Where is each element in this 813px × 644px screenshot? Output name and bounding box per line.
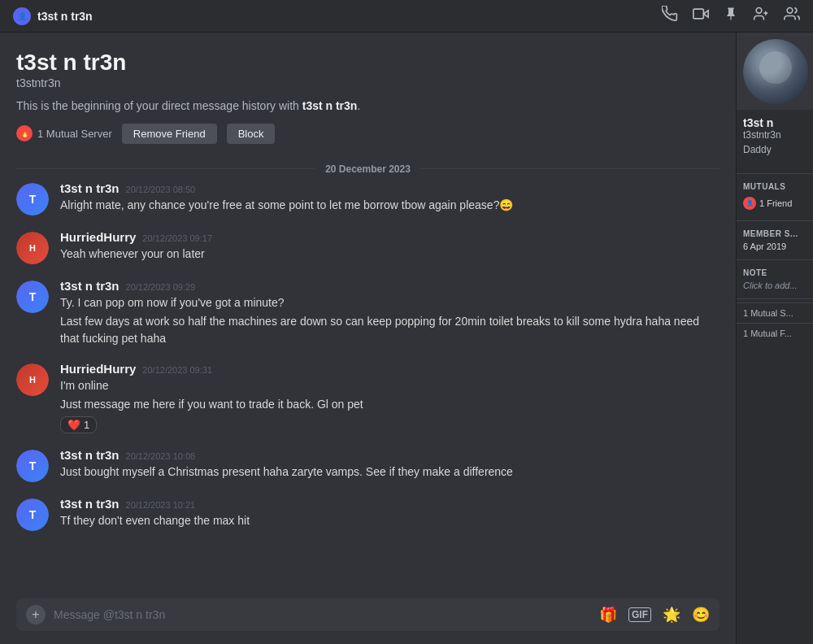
mutuals-label: MUTUALS — [743, 182, 806, 191]
chat-description: This is the beginning of your direct mes… — [16, 99, 720, 112]
sidebar-display-name: t3st n — [743, 116, 806, 129]
mutual-server[interactable]: 🔥 1 Mutual Server — [16, 125, 112, 141]
right-sidebar: t3st n t3stntr3n Daddy MUTUALS 👤 1 Frien… — [736, 33, 813, 644]
sidebar-avatar — [743, 39, 808, 104]
avatar: H — [16, 232, 49, 264]
message-text-line2: Last few days at work so half the machin… — [60, 313, 720, 347]
sidebar-mutuals-section: MUTUALS 👤 1 Friend — [737, 177, 813, 217]
mutual-friend-item[interactable]: 1 Mutual F... — [743, 329, 792, 338]
members-icon[interactable] — [784, 6, 800, 26]
chat-area: t3st n tr3n t3stntr3n This is the beginn… — [0, 33, 736, 644]
input-wrapper: + 🎁 GIF 🌟 😊 — [16, 598, 720, 631]
mutual-server-label: 1 Mutual Server — [37, 128, 112, 140]
sidebar-tag: Daddy — [743, 144, 806, 155]
gif-icon[interactable]: GIF — [628, 607, 651, 622]
message-content: HurriedHurry 20/12/2023 09:31 I'm online… — [60, 362, 720, 433]
message-username: t3st n tr3n — [60, 181, 120, 195]
add-friend-icon[interactable] — [753, 6, 769, 26]
avatar-image: H — [16, 363, 49, 396]
message-timestamp: 20/12/2023 10:21 — [126, 500, 196, 510]
message-group: T t3st n tr3n 20/12/2023 08:50 Alright m… — [16, 181, 720, 215]
message-username: t3st n tr3n — [60, 448, 120, 462]
avatar: T — [16, 498, 49, 531]
message-text: Ty. I can pop om now if you've got a min… — [60, 294, 720, 311]
chat-username: t3stntr3n — [16, 76, 720, 89]
reaction[interactable]: ❤️ 1 — [60, 416, 97, 433]
chat-display-name: t3st n tr3n — [16, 49, 720, 76]
svg-point-5 — [787, 8, 793, 14]
mutual-friend-section[interactable]: 1 Mutual F... — [737, 323, 813, 343]
avatar-image: T — [16, 183, 49, 215]
input-area: + 🎁 GIF 🌟 😊 — [0, 589, 736, 644]
mutual-server-item[interactable]: 1 Mutual S... — [743, 308, 793, 318]
message-timestamp: 20/12/2023 09:31 — [142, 365, 212, 375]
remove-friend-button[interactable]: Remove Friend — [122, 124, 217, 144]
message-username: t3st n tr3n — [60, 279, 120, 293]
message-group: H HurriedHurry 20/12/2023 09:31 I'm onli… — [16, 362, 720, 433]
note-placeholder[interactable]: Click to add... — [743, 281, 806, 290]
svg-point-2 — [756, 8, 762, 14]
svg-marker-0 — [703, 11, 708, 17]
gift-icon[interactable]: 🎁 — [599, 606, 617, 624]
message-content: t3st n tr3n 20/12/2023 10:08 Just bought… — [60, 448, 720, 481]
reaction-count: 1 — [84, 419, 89, 431]
message-group: H HurriedHurry 20/12/2023 09:17 Yeah whe… — [16, 230, 720, 264]
avatar-image: T — [16, 281, 49, 313]
message-header: t3st n tr3n 20/12/2023 08:50 — [60, 181, 720, 195]
description-prefix: This is the beginning of your direct mes… — [16, 99, 302, 112]
input-icons: 🎁 GIF 🌟 😊 — [599, 606, 710, 624]
chat-header: t3st n tr3n t3stntr3n This is the beginn… — [0, 33, 736, 157]
message-username: HurriedHurry — [60, 362, 136, 376]
message-header: t3st n tr3n 20/12/2023 10:21 — [60, 497, 720, 511]
emoji-icon[interactable]: 😊 — [692, 606, 710, 624]
titlebar-username: t3st n tr3n — [37, 10, 93, 23]
message-text-line2: Just message me here if you want to trad… — [60, 396, 720, 413]
message-header: HurriedHurry 20/12/2023 09:31 — [60, 362, 720, 376]
member-since-label: MEMBER S... — [743, 229, 806, 238]
mutual-server-icon: 🔥 — [16, 125, 33, 141]
message-username: HurriedHurry — [60, 230, 136, 244]
date-divider: 20 December 2023 — [0, 157, 736, 181]
sidebar-divider2 — [737, 220, 813, 221]
message-header: t3st n tr3n 20/12/2023 10:08 — [60, 448, 720, 462]
svg-rect-1 — [693, 9, 704, 19]
sidebar-profile-image — [737, 33, 813, 110]
message-header: t3st n tr3n 20/12/2023 09:29 — [60, 279, 720, 293]
message-text: Yeah whenever your on later — [60, 246, 720, 263]
divider-line-left — [16, 168, 315, 169]
member-since-section: MEMBER S... 6 Apr 2019 — [737, 224, 813, 256]
description-user: t3st n tr3n — [302, 99, 358, 112]
sidebar-divider4 — [737, 298, 813, 299]
mutuals-friend-count: 1 Friend — [759, 198, 792, 208]
messages-container[interactable]: T t3st n tr3n 20/12/2023 08:50 Alright m… — [0, 181, 736, 589]
avatar-image: T — [16, 450, 49, 482]
attach-button[interactable]: + — [26, 605, 46, 624]
message-content: t3st n tr3n 20/12/2023 10:21 Tf they don… — [60, 497, 720, 529]
message-text: Tf they don't even change the max hit — [60, 512, 720, 529]
titlebar: 👤 t3st n tr3n — [0, 0, 813, 33]
message-group: T t3st n tr3n 20/12/2023 10:08 Just boug… — [16, 448, 720, 482]
reaction-emoji: ❤️ — [67, 419, 80, 431]
note-label: NOTE — [743, 268, 806, 277]
sticker-icon[interactable]: 🌟 — [663, 606, 680, 624]
titlebar-avatar: 👤 — [13, 7, 31, 25]
mutuals-friend[interactable]: 👤 1 Friend — [743, 194, 806, 212]
message-input[interactable] — [54, 598, 591, 631]
sidebar-username: t3stntr3n — [743, 129, 806, 141]
divider-line-right — [420, 168, 720, 169]
message-text: Just bought myself a Christmas present h… — [60, 463, 720, 481]
main-layout: t3st n tr3n t3stntr3n This is the beginn… — [0, 33, 813, 644]
message-group: T t3st n tr3n 20/12/2023 09:29 Ty. I can… — [16, 279, 720, 347]
phone-icon[interactable] — [662, 6, 678, 26]
description-suffix: . — [357, 99, 360, 112]
pin-icon[interactable] — [724, 7, 738, 25]
sidebar-divider3 — [737, 259, 813, 260]
mutual-server-section[interactable]: 1 Mutual S... — [737, 302, 813, 323]
message-username: t3st n tr3n — [60, 497, 120, 511]
block-button[interactable]: Block — [227, 124, 276, 144]
video-icon[interactable] — [693, 6, 709, 26]
avatar: T — [16, 183, 49, 215]
message-timestamp: 20/12/2023 08:50 — [126, 185, 196, 194]
avatar: H — [16, 363, 49, 396]
date-divider-text: 20 December 2023 — [325, 163, 411, 175]
